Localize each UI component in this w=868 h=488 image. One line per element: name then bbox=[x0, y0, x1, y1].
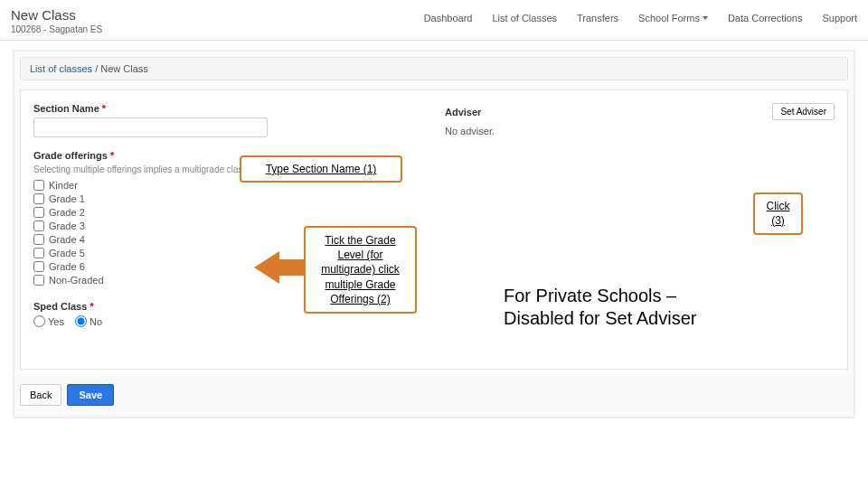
section-name-label: Section Name * bbox=[33, 103, 423, 114]
grade-label-text: Grade 3 bbox=[49, 221, 85, 231]
required-mark: * bbox=[110, 150, 114, 161]
required-mark: * bbox=[90, 301, 93, 312]
back-button[interactable]: Back bbox=[20, 384, 61, 406]
callout-click-set-adviser: Click (3) bbox=[753, 192, 803, 235]
grade-checkbox-2[interactable] bbox=[33, 207, 44, 218]
nav-transfers[interactable]: Transfers bbox=[577, 13, 618, 23]
grade-label-text: Grade 4 bbox=[49, 234, 85, 245]
grade-checkbox-5[interactable] bbox=[33, 248, 44, 258]
topbar-left: New Class 100268 - Sagpatan ES bbox=[11, 7, 237, 34]
adviser-row: Adviser Set Adviser bbox=[445, 103, 835, 120]
nav-school-forms[interactable]: School Forms bbox=[638, 13, 708, 23]
breadcrumb: List of classes / New Class bbox=[20, 57, 848, 80]
nav-data-corrections[interactable]: Data Corrections bbox=[728, 13, 803, 23]
no-adviser-text: No adviser. bbox=[445, 126, 835, 136]
grade-label-text: Non-Graded bbox=[49, 275, 104, 286]
annotation-line2: Disabled for Set Adviser bbox=[504, 307, 696, 330]
adviser-label: Adviser bbox=[445, 107, 481, 117]
arrow-icon bbox=[254, 251, 308, 284]
breadcrumb-sep: / bbox=[92, 63, 100, 74]
school-id-name: 100268 - Sagpatan ES bbox=[11, 24, 237, 34]
grade-checkbox-kinder[interactable] bbox=[33, 180, 44, 191]
grade-checkbox-3[interactable] bbox=[33, 221, 44, 231]
form-area: Section Name * Grade offerings * Selecti… bbox=[20, 89, 848, 370]
set-adviser-button[interactable]: Set Adviser bbox=[772, 103, 835, 120]
sped-radio-yes[interactable] bbox=[33, 315, 45, 327]
sped-no-option[interactable]: No bbox=[75, 315, 102, 327]
grade-label-text: Grade 6 bbox=[49, 261, 85, 272]
breadcrumb-current: New Class bbox=[100, 63, 148, 74]
sped-radio-no[interactable] bbox=[75, 315, 87, 327]
list-item: Grade 1 bbox=[33, 193, 423, 204]
sped-yes-option[interactable]: Yes bbox=[33, 315, 64, 327]
required-mark: * bbox=[102, 103, 106, 114]
list-item: Grade 2 bbox=[33, 207, 423, 218]
grade-label-text: Grade 5 bbox=[49, 248, 85, 258]
grade-label-text: Kinder bbox=[49, 180, 78, 191]
annotation-line1: For Private Schools – bbox=[504, 285, 696, 307]
top-nav: Dashboard List of Classes Transfers Scho… bbox=[424, 13, 857, 23]
callout-tick-grade: Tick the Grade Level (for multigrade) cl… bbox=[304, 226, 417, 314]
panel: List of classes / New Class Section Name… bbox=[13, 50, 855, 418]
callout-section-name: Type Section Name (1) bbox=[240, 155, 402, 183]
grade-label-text: Grade 1 bbox=[49, 193, 85, 204]
main-wrap: List of classes / New Class Section Name… bbox=[0, 41, 868, 427]
grade-checkbox-4[interactable] bbox=[33, 234, 44, 245]
page-title: New Class bbox=[11, 7, 237, 23]
section-name-label-text: Section Name bbox=[33, 103, 99, 114]
annotation-private-schools: For Private Schools – Disabled for Set A… bbox=[504, 285, 696, 330]
caret-down-icon bbox=[703, 16, 708, 20]
sped-yes-text: Yes bbox=[48, 316, 64, 327]
nav-list-of-classes[interactable]: List of Classes bbox=[492, 13, 557, 23]
topbar: New Class 100268 - Sagpatan ES Dashboard… bbox=[0, 0, 868, 41]
nav-school-forms-label: School Forms bbox=[638, 13, 700, 23]
grade-checkbox-nongraded[interactable] bbox=[33, 275, 44, 286]
sped-class-label-text: Sped Class bbox=[33, 301, 87, 312]
grade-checkbox-6[interactable] bbox=[33, 261, 44, 272]
grade-label-text: Grade 2 bbox=[49, 207, 85, 218]
section-name-input[interactable] bbox=[33, 117, 268, 137]
sped-no-text: No bbox=[90, 316, 102, 327]
grade-checkbox-1[interactable] bbox=[33, 193, 44, 204]
save-button[interactable]: Save bbox=[67, 384, 114, 406]
nav-dashboard[interactable]: Dashboard bbox=[424, 13, 473, 23]
nav-support[interactable]: Support bbox=[822, 13, 857, 23]
sped-radio-row: Yes No bbox=[33, 315, 423, 327]
breadcrumb-link[interactable]: List of classes bbox=[30, 63, 92, 74]
grade-offerings-label-text: Grade offerings bbox=[33, 150, 108, 161]
footer-buttons: Back Save bbox=[20, 379, 848, 411]
